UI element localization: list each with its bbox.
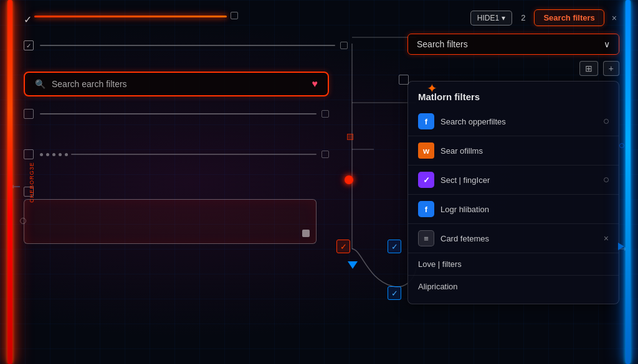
dropdown-label: Search filters (417, 39, 468, 49)
neon-left-bar (7, 0, 12, 364)
divider-2 (408, 165, 619, 166)
topleft-checkmark: ✓ (24, 14, 32, 26)
sm-circle-right (619, 143, 624, 148)
right-panel: HIDE1 ▾ 2 Search filters × Search filter… (407, 9, 619, 304)
wf-end-4 (321, 151, 329, 158)
filter-item-3[interactable]: ✓ Sect | fingIcer (408, 167, 619, 193)
filter-item-2[interactable]: w Sear ofillms (408, 138, 619, 164)
wf-line-3 (40, 113, 317, 114)
top-neon-line (34, 16, 227, 17)
filter-dropdown[interactable]: Search filters ∨ (407, 34, 619, 55)
chevron-icon: ▾ (502, 14, 505, 22)
divider-3 (408, 194, 619, 195)
action-row: ⊞ + (407, 61, 619, 76)
purple-icon-3: ✓ (418, 172, 434, 188)
filter-label-2: Sear ofillms (440, 146, 609, 156)
small-checkbox-right[interactable] (399, 75, 409, 85)
badge-count: 2 (517, 11, 529, 25)
divider-6 (408, 275, 619, 276)
blue-checked-box[interactable]: ✓ (388, 240, 401, 253)
workflow-row-4 (24, 149, 329, 159)
workflow-row-2: ✓ (24, 40, 348, 50)
search-input-container[interactable]: 🔍 Search earch filters ♥ (24, 72, 329, 96)
filter-panel: Matlorn filters f Search opperfiltes w S… (407, 81, 619, 304)
filter-label-7: Aliprication (418, 282, 609, 291)
orange-icon-2: w (418, 142, 434, 159)
filter-label-1: Search opperfiltes (440, 117, 598, 126)
blue-down-arrow (348, 261, 358, 269)
divider-4 (408, 223, 619, 224)
filter-x-5[interactable]: × (604, 233, 609, 243)
hide-button[interactable]: HIDE1 ▾ (470, 11, 512, 26)
workflow-row-3 (24, 109, 329, 119)
star-icon: ✦ (427, 81, 437, 96)
dot-line-4 (40, 153, 317, 156)
filter-item-6[interactable]: Love | filters (408, 254, 619, 274)
filter-item-5[interactable]: ≡ Card fetemes × (408, 225, 619, 251)
red-checked-box[interactable]: ✓ (336, 240, 350, 253)
wf-end-3 (321, 110, 329, 118)
red-dot-connector (345, 175, 353, 184)
topbar: HIDE1 ▾ 2 Search filters × (407, 9, 619, 26)
filter-label-4: Logr hlibation (440, 205, 609, 214)
blue-checked-box-2[interactable]: ✓ (388, 286, 401, 300)
sm-circle-left (20, 218, 26, 224)
wf-end-box-2 (340, 42, 348, 49)
divider-5 (408, 253, 619, 253)
inner-square (302, 230, 310, 237)
filter-circle-1 (604, 119, 609, 124)
small-red-square (347, 134, 353, 140)
search-row: 🔍 Search earch filters ♥ (24, 72, 329, 96)
chevron-down-icon: ∨ (604, 39, 610, 49)
filter-item-1[interactable]: f Search opperfiltes (408, 108, 619, 134)
list-icon-5: ≡ (418, 230, 434, 246)
workflow-row-5 (24, 187, 329, 244)
facebook-icon-1: f (418, 113, 434, 129)
filter-item-7[interactable]: Aliprication (408, 277, 619, 296)
search-filters-button[interactable]: Search filters (534, 9, 604, 26)
filter-label-3: Sect | fingIcer (440, 175, 598, 185)
blue-right-arrow (618, 243, 624, 250)
search-icon: 🔍 (35, 79, 45, 89)
filter-panel-title: Matlorn filters (408, 89, 619, 108)
filter-item-4[interactable]: f Logr hlibation (408, 196, 619, 222)
search-input-text: Search earch filters (52, 79, 306, 89)
checkbox-2[interactable]: ✓ (24, 40, 34, 50)
top-line-end-box (231, 12, 238, 19)
divider-1 (408, 136, 619, 136)
neon-right-bar (626, 0, 631, 364)
filter-label-6: Love | filters (418, 259, 609, 269)
grid-button[interactable]: ⊞ (579, 61, 598, 76)
checkbox-4[interactable] (24, 149, 34, 159)
close-button[interactable]: × (609, 11, 619, 26)
filter-label-5: Card fetemes (440, 234, 598, 243)
wf-line-2 (40, 45, 335, 47)
sidebar-label: CHEBORG3E (29, 162, 35, 203)
hide-label: HIDE1 (477, 14, 499, 22)
add-button[interactable]: + (603, 61, 619, 76)
filter-circle-3 (604, 177, 609, 182)
facebook-icon-4: f (418, 201, 434, 217)
heart-icon: ♥ (312, 78, 318, 90)
checkbox-3[interactable] (24, 109, 34, 119)
large-input-box[interactable] (24, 199, 317, 244)
